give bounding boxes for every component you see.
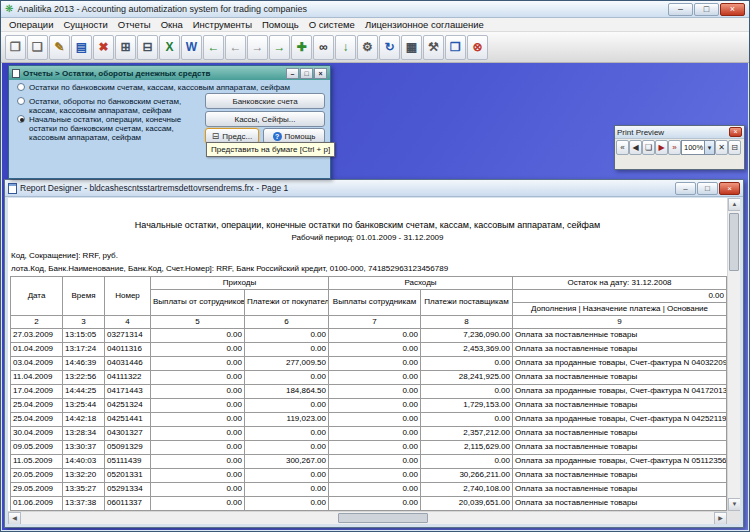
cell-payments-to-suppliers: 20,039,651.00 (421, 497, 513, 511)
excel-export-button[interactable]: X (159, 35, 180, 60)
cell-payments-from-customers: 119,023.00 (245, 413, 329, 427)
next-page-button[interactable]: ▶ (655, 140, 668, 155)
cell-payments-from-customers: 0.00 (245, 427, 329, 441)
report-close-button[interactable]: × (719, 182, 740, 195)
report-maximize-button[interactable]: □ (697, 182, 718, 195)
delete-button[interactable]: ✖ (93, 35, 114, 60)
print-preview-titlebar[interactable]: Print Preview × (615, 126, 744, 139)
cell-time: 13:25:44 (63, 399, 105, 413)
go-back-button[interactable]: ← (203, 35, 224, 60)
dropdown-icon[interactable]: ▼ (705, 140, 715, 155)
cash-safes-button[interactable]: Кассы, Сейфы... (205, 111, 325, 127)
copy-document-button[interactable]: ❏ (27, 35, 48, 60)
new-document-button[interactable]: ❐ (5, 35, 26, 60)
dialog-close-button[interactable]: × (314, 68, 327, 79)
table-view-button[interactable]: ▦ (401, 35, 422, 60)
word-export-button[interactable]: W (181, 35, 202, 60)
last-page-button[interactable]: » (668, 140, 681, 155)
menu-item[interactable]: Инструменты (188, 18, 257, 31)
menu-item[interactable]: Операции (4, 18, 58, 31)
first-page-button[interactable]: « (616, 140, 629, 155)
horizontal-scrollbar[interactable]: ◀ ▶ (8, 511, 727, 524)
maximize-button[interactable]: □ (694, 3, 719, 16)
word-export-icon: W (186, 41, 197, 53)
print-report-button[interactable]: ⊟ (728, 140, 741, 155)
scroll-down-icon[interactable]: ▼ (728, 498, 740, 511)
menu-item[interactable]: Сущности (58, 18, 112, 31)
bank-accounts-button[interactable]: Банковские счета (205, 93, 325, 109)
tooltip: Представить на бумаге [Ctrl + p] (206, 142, 335, 157)
cell-payments-to-suppliers: 2,740,108.00 (421, 483, 513, 497)
previous-page-button[interactable]: ◀ (629, 140, 642, 155)
cell-payments-to-suppliers: 28,241,925.00 (421, 371, 513, 385)
scroll-right-icon[interactable]: ▶ (714, 512, 727, 524)
stop-button[interactable]: ⊗ (467, 35, 488, 60)
print-preview-button[interactable]: ⊞ (115, 35, 136, 60)
vertical-scroll-thumb[interactable] (729, 213, 739, 271)
menu-item[interactable]: Лицензионное соглашение (360, 18, 489, 31)
report-designer-titlebar[interactable]: Report Designer - bldcashescntsstartrems… (5, 180, 743, 197)
cell-payouts-from-employees: 0.00 (151, 343, 245, 357)
cell-payments-from-customers: 300,267.00 (245, 455, 329, 469)
zoom-select[interactable]: 100% ▼ (681, 140, 715, 155)
cell-date: 11.04.2009 (11, 371, 63, 385)
radio-balances[interactable]: Остатки по банковским счетам, кассам, ка… (17, 83, 327, 92)
zoom-value: 100% (681, 140, 705, 155)
col-header-number: Номер (105, 277, 151, 316)
go-forward-button[interactable]: → (269, 35, 290, 60)
column-number: 4 (105, 316, 151, 329)
cell-description: Оплата за проданные товары, Счет-фактура… (513, 413, 727, 427)
move-down-button[interactable]: ↓ (335, 35, 356, 60)
col-header-payouts-from-employees: Выплаты от сотрудников (151, 290, 245, 316)
reports-dialog-titlebar[interactable]: Отчеты > Остатки, обороты денежных средс… (9, 66, 330, 80)
scroll-up-icon[interactable]: ▲ (728, 198, 740, 211)
add-record-button[interactable]: ✚ (291, 35, 312, 60)
cell-time: 13:28:34 (63, 427, 105, 441)
save-button[interactable]: ▤ (71, 35, 92, 60)
last-page-icon: » (672, 144, 676, 152)
radio-label: Начальные остатки, операции, конечные ос… (29, 115, 203, 142)
configure-button[interactable]: ⚙ (357, 35, 378, 60)
scroll-left-icon[interactable]: ◀ (8, 512, 21, 524)
print-preview-close-button[interactable]: × (729, 127, 742, 137)
radio-start-end-balances[interactable]: Начальные остатки, операции, конечные ос… (17, 115, 203, 142)
menu-item[interactable]: Окна (156, 18, 188, 31)
menu-item[interactable]: Помощь (257, 18, 304, 31)
go-back-icon: ← (208, 41, 220, 53)
dialog-maximize-button[interactable]: □ (300, 68, 313, 79)
excel-export-icon: X (165, 41, 173, 53)
radio-label: Остатки, обороты по банковским счетам, к… (29, 97, 199, 115)
close-button[interactable]: × (720, 3, 745, 16)
vertical-scrollbar[interactable]: ▲ ▼ (727, 198, 740, 511)
copies-button[interactable]: ❏ (642, 140, 655, 155)
tools-button[interactable]: ⚒ (423, 35, 444, 60)
print-button[interactable]: ⊟ (137, 35, 158, 60)
cell-payouts-to-employees: 0.00 (329, 427, 421, 441)
notebook-button[interactable]: ❒ (445, 35, 466, 60)
cell-time: 14:40:03 (63, 455, 105, 469)
close-preview-button[interactable]: ✕ (715, 140, 728, 155)
search-button[interactable]: ∞ (313, 35, 334, 60)
report-row: 01.06.2009 13:37:38 06011337 0.00 0.00 0… (11, 497, 727, 511)
minimize-button[interactable]: – (668, 3, 693, 16)
go-previous-button[interactable]: ← (225, 35, 246, 60)
report-row: 29.05.2009 13:35:27 05291334 0.00 0.00 0… (11, 483, 727, 497)
printer-icon: ⊟ (212, 131, 220, 141)
go-next-button[interactable]: → (247, 35, 268, 60)
menu-item[interactable]: Отчеты (113, 18, 156, 31)
column-number: 7 (329, 316, 421, 329)
cell-payouts-from-employees: 0.00 (151, 497, 245, 511)
print-preview-window: Print Preview × « ◀ ❏ ▶ » 100% ▼ ✕ ⊟ (614, 125, 745, 170)
column-number: 8 (421, 316, 513, 329)
button-label: Кассы, Сейфы... (235, 115, 296, 124)
radio-balances-turnovers[interactable]: Остатки, обороты по банковским счетам, к… (17, 97, 199, 115)
horizontal-scroll-thumb[interactable] (338, 513, 428, 523)
menu-item[interactable]: О системе (304, 18, 360, 31)
edit-document-button[interactable]: ✎ (49, 35, 70, 60)
report-minimize-button[interactable]: – (675, 182, 696, 195)
next-page-icon: ▶ (658, 144, 664, 152)
refresh-button[interactable]: ↻ (379, 35, 400, 60)
cell-payouts-from-employees: 0.00 (151, 427, 245, 441)
cell-number: 04171443 (105, 385, 151, 399)
dialog-minimize-button[interactable]: – (286, 68, 299, 79)
